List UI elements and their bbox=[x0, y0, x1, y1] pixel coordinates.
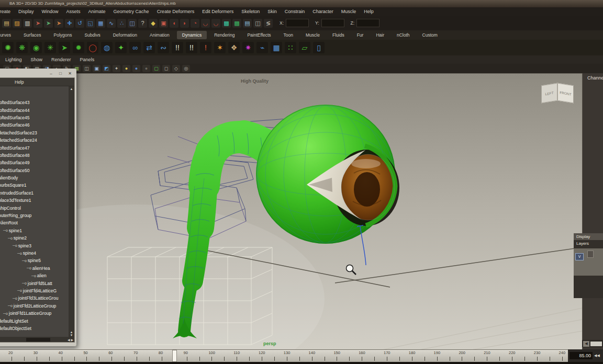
newton-field-icon[interactable]: ◯ bbox=[87, 42, 98, 53]
shelf-tab-deformation[interactable]: Deformation bbox=[108, 31, 142, 39]
shatter-effect-icon[interactable]: ▦ bbox=[271, 42, 282, 53]
panel-menu-renderer[interactable]: Renderer bbox=[51, 57, 71, 62]
outliner-item-jointffd3latticegrou[interactable]: ─ojointFfd3LatticeGrou bbox=[0, 294, 69, 302]
field-chart-icon[interactable]: ✦ bbox=[113, 65, 120, 72]
outliner-item-loftedsurface48[interactable]: loftedSurface48 bbox=[0, 152, 69, 159]
emitter-icon[interactable]: ❋ bbox=[16, 42, 28, 53]
rotate-tool-icon[interactable]: ↺ bbox=[75, 19, 84, 28]
select-tool-icon[interactable]: ➤ bbox=[34, 19, 42, 28]
radial-field-icon[interactable]: ✹ bbox=[73, 42, 84, 53]
outliner-title-bar[interactable]: – □ ✕ bbox=[0, 70, 75, 77]
emit-object-icon[interactable]: ◉ bbox=[30, 42, 42, 53]
shelf-tab-custom[interactable]: Custom bbox=[417, 31, 443, 39]
film-gate-icon[interactable]: ◫ bbox=[83, 65, 91, 72]
menu-muscle[interactable]: Muscle bbox=[341, 9, 356, 14]
new-scene-icon[interactable]: ▤ bbox=[2, 19, 11, 28]
snap-grid-icon[interactable]: ▦ bbox=[96, 19, 105, 28]
paint-select-icon[interactable]: ➤ bbox=[54, 19, 63, 28]
save-scene-icon[interactable]: ▥ bbox=[23, 19, 32, 28]
default-material-icon[interactable]: ◎ bbox=[182, 65, 190, 72]
menu-assets[interactable]: Assets bbox=[66, 9, 81, 14]
outliner-vscrollbar[interactable]: ▲ ▲▼ bbox=[69, 86, 74, 337]
magnet-snap-icon[interactable]: ◡ bbox=[201, 19, 210, 28]
outliner-item-jointffd1latticegroup[interactable]: ─ojointFfd1LatticeGroup bbox=[0, 310, 69, 317]
panel-menu-lighting[interactable]: Lighting bbox=[5, 57, 22, 62]
outliner-item-jointffd2latticegroup[interactable]: ─ojointFfd2LatticeGroup bbox=[0, 302, 69, 310]
particle-tool-icon[interactable]: ✺ bbox=[2, 42, 14, 53]
help-line-icon[interactable]: ? bbox=[138, 19, 147, 28]
render-settings-icon[interactable]: ▤ bbox=[243, 19, 252, 28]
create-active-rigid-icon[interactable]: ! bbox=[200, 42, 211, 53]
outliner-item-defaultobjectset[interactable]: defaultObjectSet bbox=[0, 325, 69, 332]
z-coordinate-field[interactable] bbox=[356, 19, 379, 27]
air-field-icon[interactable]: ◍ bbox=[101, 42, 113, 53]
magnet-snap2-icon[interactable]: ◡ bbox=[211, 19, 220, 28]
outliner-item-alienbody[interactable]: alienBody bbox=[0, 174, 69, 181]
outliner-menu-help[interactable]: Help bbox=[15, 79, 24, 85]
shelf-tab-curves[interactable]: Curves bbox=[0, 31, 16, 39]
menu-edit-deformers[interactable]: Edit Deformers bbox=[202, 9, 233, 14]
xray-icon[interactable]: ◻ bbox=[162, 65, 170, 72]
render-flag-icon[interactable]: ▣ bbox=[159, 19, 168, 28]
shelf-tab-dynamics[interactable]: Dynamics bbox=[177, 31, 207, 39]
safe-title-icon[interactable]: ● bbox=[132, 65, 140, 72]
current-frame-marker[interactable] bbox=[172, 350, 177, 362]
fire-effect-icon[interactable]: ✶ bbox=[214, 42, 226, 53]
wireframe-on-shaded-icon[interactable]: ◇ bbox=[172, 65, 180, 72]
outliner-item-detachedsurface23[interactable]: detachedSurface23 bbox=[0, 129, 69, 136]
outliner-item-loftedsurface45[interactable]: loftedSurface45 bbox=[0, 114, 69, 121]
shelf-tab-painteffects[interactable]: PaintEffects bbox=[242, 31, 276, 39]
hscroll-thumb[interactable] bbox=[26, 338, 50, 342]
open-scene-icon[interactable]: ▨ bbox=[13, 19, 21, 28]
menu-constrain[interactable]: Constrain bbox=[285, 9, 305, 14]
layer-playback-toggle[interactable] bbox=[587, 251, 594, 258]
outliner-item-extrudedsurface1[interactable]: extrudedSurface1 bbox=[0, 189, 69, 197]
panel-menu-panels[interactable]: Panels bbox=[80, 57, 95, 62]
menu-animate[interactable]: Animate bbox=[88, 9, 106, 14]
resolution-gate-icon[interactable]: ▣ bbox=[93, 65, 100, 72]
outliner-item-jointffd4latticeg[interactable]: ─ojointFfd4LatticeG bbox=[0, 287, 69, 294]
menu-create[interactable]: Create bbox=[0, 9, 10, 14]
highlight-selection-icon[interactable]: ▢ bbox=[152, 65, 160, 72]
view-cube[interactable]: LEFT FRONT bbox=[541, 82, 575, 105]
outliner-item-detachedsurface24[interactable]: detachedSurface24 bbox=[0, 136, 69, 144]
render-current-icon[interactable]: ▩ bbox=[222, 19, 231, 28]
outliner-item-jointffd5latt[interactable]: ─ojointFfd5Latt bbox=[0, 279, 69, 287]
scrollbar-track[interactable] bbox=[590, 342, 602, 346]
shelf-tab-toon[interactable]: Toon bbox=[278, 31, 298, 39]
shelf-tab-polygons[interactable]: Polygons bbox=[48, 31, 77, 39]
scroll-down-icon[interactable]: ▲▼ bbox=[70, 331, 73, 337]
outliner-item-alien[interactable]: ─oalien bbox=[0, 272, 69, 279]
menu-display[interactable]: Display bbox=[18, 9, 34, 14]
snap-curve-icon[interactable]: ∿ bbox=[107, 19, 116, 28]
maximize-button[interactable]: □ bbox=[57, 71, 64, 76]
quick-layout-icon[interactable]: ◫ bbox=[253, 19, 262, 28]
outliner-window[interactable]: – □ ✕ Help loftedSurface43loftedSurface4… bbox=[0, 69, 76, 346]
panel-menu-show[interactable]: Show bbox=[31, 57, 43, 62]
input-connection-icon[interactable]: ◖ bbox=[170, 19, 178, 28]
menu-skin[interactable]: Skin bbox=[267, 9, 277, 14]
close-button[interactable]: ✕ bbox=[66, 71, 74, 76]
channel-box-hscrollbar[interactable]: ◀ bbox=[582, 340, 603, 347]
menu-character[interactable]: Character bbox=[312, 9, 333, 14]
menu-window[interactable]: Window bbox=[42, 9, 59, 14]
sort-icon[interactable]: ≶ bbox=[264, 19, 273, 28]
outliner-item-loftedsurface47[interactable]: loftedSurface47 bbox=[0, 144, 69, 151]
menu-create-deformers[interactable]: Create Deformers bbox=[157, 9, 195, 14]
goal-icon[interactable]: ➤ bbox=[59, 42, 70, 53]
hscroll-arrows-icon[interactable]: ◀ ▶ bbox=[68, 338, 74, 342]
outliner-item-alienhea[interactable]: ─oalienHea bbox=[0, 265, 69, 272]
lightning-effect-icon[interactable]: ⌁ bbox=[256, 42, 268, 53]
fill-mode-icon[interactable]: ● bbox=[142, 65, 150, 72]
window-title-bar[interactable]: BA 3D+ 2D/3D 3D Zum\Maya_projects\02_3Di… bbox=[0, 0, 603, 7]
viewport-canvas[interactable] bbox=[0, 74, 582, 349]
shelf-tab-rendering[interactable]: Rendering bbox=[209, 31, 240, 39]
ipr-render-icon[interactable]: ▩ bbox=[232, 19, 241, 28]
scale-tool-icon[interactable]: ◱ bbox=[86, 19, 95, 28]
minimize-button[interactable]: – bbox=[47, 71, 55, 76]
outliner-item-shipcontrol[interactable]: shipControl bbox=[0, 204, 69, 211]
shelf-tab-surfaces[interactable]: Surfaces bbox=[18, 31, 47, 39]
time-slider[interactable]: 2030405060708090100110120130140150160170… bbox=[0, 349, 603, 362]
outliner-item-nurbssquare1[interactable]: nurbsSquare1 bbox=[0, 181, 69, 189]
menu-help[interactable]: Help bbox=[364, 9, 374, 14]
